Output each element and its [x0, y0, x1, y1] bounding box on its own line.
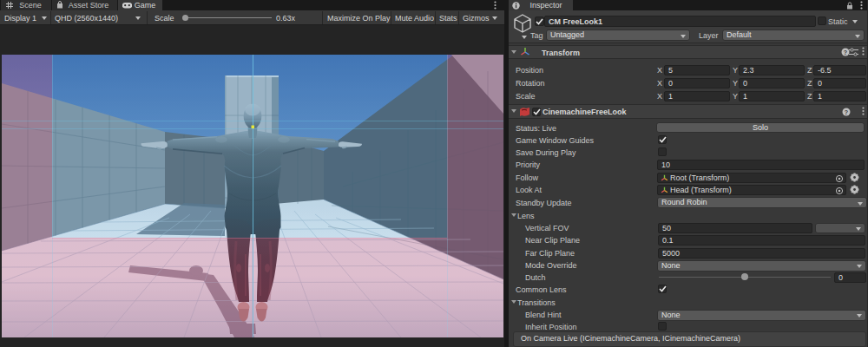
- svg-text:?: ?: [844, 49, 847, 56]
- svg-text:?: ?: [845, 109, 848, 115]
